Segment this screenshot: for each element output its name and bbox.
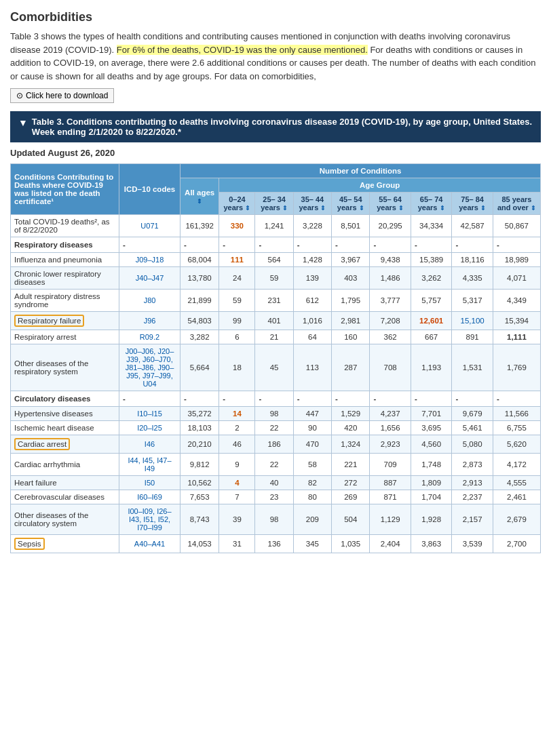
age-75-84-val: 3,539 (452, 535, 493, 553)
all-ages-header: All ages ⇕ (180, 178, 219, 215)
condition-name: Total COVID-19 deaths², as of 8/22/2020 (11, 215, 119, 237)
age-45-54-val: 403 (332, 267, 370, 290)
icd-code: J00–J06, J20–J39, J60–J70, J81–J86, J90–… (119, 344, 180, 391)
all-ages-val: 7,653 (180, 490, 219, 504)
table-header: ▼ Table 3. Conditions contributing to de… (10, 111, 541, 142)
age-75-84-val: 2,913 (452, 476, 493, 490)
sort-icon[interactable]: ⇕ (245, 205, 250, 212)
age-55-64-val: 1,656 (370, 421, 411, 435)
age-65-74-val: 3,695 (411, 421, 452, 435)
all-ages-val: 5,664 (180, 344, 219, 391)
highlighted-sentence: For 6% of the deaths, COVID-19 was the o… (117, 45, 368, 55)
age-55-64-val: 4,237 (370, 407, 411, 421)
all-ages-val: 13,780 (180, 267, 219, 290)
age-35-44-val: 58 (293, 454, 331, 476)
sort-icon[interactable]: ⇕ (440, 205, 445, 212)
age-65-74-val: 4,560 (411, 435, 452, 454)
table-row: Sepsis A40–A41 14,053 31 136 345 1,035 2… (11, 535, 541, 553)
table-row: Cardiac arrest I46 20,210 46 186 470 1,3… (11, 435, 541, 454)
age-65-74-val: 34,334 (411, 215, 452, 237)
all-ages-val: 68,004 (180, 253, 219, 267)
table-row: Adult respiratory distress syndrome J80 … (11, 290, 541, 312)
age-45-54-val: 1,035 (332, 535, 370, 553)
sort-icon[interactable]: ⇕ (398, 205, 404, 212)
download-button[interactable]: ⊙ Click here to download (10, 88, 114, 103)
age-65-74-val: 3,863 (411, 535, 452, 553)
sort-icon[interactable]: ⇕ (359, 205, 364, 212)
age-85-val: 4,555 (493, 476, 540, 490)
age-0-24-val: 31 (219, 535, 255, 553)
sort-icon[interactable]: ⇕ (197, 198, 202, 205)
sort-icon[interactable]: ⇕ (320, 205, 326, 212)
table-row: Other diseases of the circulatory system… (11, 504, 541, 535)
all-ages-val: 3,282 (180, 330, 219, 344)
age-25-34-val: 59 (255, 267, 293, 290)
age-0-24-val: 99 (219, 312, 255, 330)
age-35-44-val: 447 (293, 407, 331, 421)
conditions-header: Conditions Contributing to Deaths where … (11, 164, 119, 215)
age-75-84-val: 42,587 (452, 215, 493, 237)
age-55-64-val: 1,486 (370, 267, 411, 290)
age-65-74-val: 1,809 (411, 476, 452, 490)
age-25-34-val: 1,241 (255, 215, 293, 237)
icd-code: I50 (119, 476, 180, 490)
icd-code: J96 (119, 312, 180, 330)
age-85-val: 4,349 (493, 290, 540, 312)
all-ages-val: 14,053 (180, 535, 219, 553)
table-row: Other diseases of the respiratory system… (11, 344, 541, 391)
icd-code: I44, I45, I47–I49 (119, 454, 180, 476)
age-65-74-header: 65– 74 years ⇕ (411, 193, 452, 215)
age-75-84-val: 2,873 (452, 454, 493, 476)
icd-code: U071 (119, 215, 180, 237)
age-45-54-val: 272 (332, 476, 370, 490)
section-row: Respiratory diseases - - - - - - - - - - (11, 237, 541, 253)
age-85-val: 4,071 (493, 267, 540, 290)
age-65-74-val: 5,757 (411, 290, 452, 312)
age-55-64-val: 2,923 (370, 435, 411, 454)
age-65-74-val: 15,389 (411, 253, 452, 267)
age-35-44-val: 90 (293, 421, 331, 435)
age-45-54-val: 420 (332, 421, 370, 435)
age-65-74-val: 1,928 (411, 504, 452, 535)
age-65-74-val: 667 (411, 330, 452, 344)
age-25-34-val: 564 (255, 253, 293, 267)
table-row: Hypertensive diseases I10–I15 35,272 14 … (11, 407, 541, 421)
age-25-34-val: 136 (255, 535, 293, 553)
age-0-24-val: 111 (219, 253, 255, 267)
age-55-64-val: 362 (370, 330, 411, 344)
table-row: Cerebrovascular diseases I60–I69 7,653 7… (11, 490, 541, 504)
table-row: Heart failure I50 10,562 4 40 82 272 887… (11, 476, 541, 490)
age-85-header: 85 years and over ⇕ (493, 193, 540, 215)
age-0-24-val: 7 (219, 490, 255, 504)
age-0-24-val: 59 (219, 290, 255, 312)
sort-icon[interactable]: ⇕ (531, 205, 536, 212)
sort-icon[interactable]: ⇕ (282, 205, 288, 212)
age-0-24-val: 9 (219, 454, 255, 476)
download-label: Click here to download (26, 91, 108, 100)
age-45-54-val: 2,981 (332, 312, 370, 330)
age-85-val: 5,620 (493, 435, 540, 454)
age-45-54-val: 1,529 (332, 407, 370, 421)
age-25-34-val: 401 (255, 312, 293, 330)
age-75-84-val: 15,100 (452, 312, 493, 330)
age-45-54-val: 221 (332, 454, 370, 476)
download-icon: ⊙ (16, 91, 23, 100)
sort-icon[interactable]: ⇕ (480, 205, 486, 212)
num-conditions-header: Number of Conditions (180, 164, 541, 178)
condition-name: Chronic lower respiratory diseases (11, 267, 119, 290)
all-ages-val: 161,392 (180, 215, 219, 237)
age-0-24-val: 24 (219, 267, 255, 290)
age-45-54-val: 504 (332, 504, 370, 535)
age-55-64-val: 3,777 (370, 290, 411, 312)
condition-name: Heart failure (11, 476, 119, 490)
age-25-34-val: 22 (255, 454, 293, 476)
age-85-val: 11,566 (493, 407, 540, 421)
age-65-74-val: 12,601 (411, 312, 452, 330)
conditions-table: Conditions Contributing to Deaths where … (10, 163, 541, 553)
age-85-val: 1,769 (493, 344, 540, 391)
condition-name: Sepsis (11, 535, 119, 553)
age-0-24-header: 0–24 years ⇕ (219, 193, 255, 215)
age-25-34-val: 23 (255, 490, 293, 504)
age-55-64-val: 871 (370, 490, 411, 504)
all-ages-val: 54,803 (180, 312, 219, 330)
